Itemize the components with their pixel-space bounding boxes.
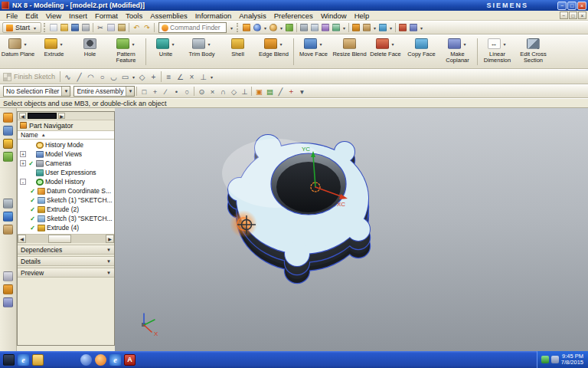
menu-file[interactable]: File [2,11,21,21]
command-finder-input[interactable] [170,24,224,31]
resize-blend-button[interactable]: Resize Blend [332,35,368,68]
tab-scroll-left-icon[interactable] [19,113,26,119]
tree-item-history-mode[interactable]: History Mode [18,140,114,150]
shaded-view-icon[interactable] [268,23,279,33]
scroll-left-icon[interactable] [18,235,26,243]
copy-icon[interactable] [106,23,116,33]
selection-scope-dropdown[interactable]: Entire Assembly [74,86,135,97]
fit-view-icon[interactable] [299,23,309,33]
snapshot-icon[interactable] [397,23,408,33]
rotate-view-icon[interactable] [331,23,341,33]
unite-button[interactable]: Unite [148,35,184,68]
tree-item-model-history[interactable]: - Model History [18,177,114,186]
clock[interactable]: 9:45 PM 7/8/2015 [561,353,583,366]
scrollbar-thumb[interactable] [48,235,71,243]
center-hole[interactable] [271,153,346,215]
checkbox-checked-icon[interactable] [29,225,36,232]
solid-body-model[interactable] [222,135,370,283]
rectangle-icon[interactable] [119,71,131,83]
graphics-window[interactable]: XC YC X [115,108,588,351]
chevron-down-icon[interactable] [296,86,307,97]
chevron-down-icon[interactable] [372,25,377,31]
menu-edit[interactable]: Edit [21,11,41,21]
acrobat-icon[interactable] [124,354,136,366]
trim-body-button[interactable]: Trim Body [184,35,220,68]
menu-insert[interactable]: Insert [65,11,91,21]
tree-item-sketch-3[interactable]: Sketch (3) "SKETCH... [18,214,114,223]
chevron-down-icon[interactable] [263,25,268,31]
menu-preferences[interactable]: Preferences [270,11,317,21]
orient-view-icon[interactable] [284,23,295,33]
chevron-down-icon[interactable] [106,271,111,275]
hd3d-tool-icon[interactable] [3,199,13,209]
highlight-faces-icon[interactable] [253,86,264,97]
dropdown-arrow[interactable] [59,41,64,47]
firefox-icon[interactable] [95,354,106,366]
display-mode-icon[interactable] [252,23,263,33]
edge-blend-button[interactable]: Edge Blend [256,35,292,68]
tree-item-extrude-4[interactable]: Extrude (4) [18,223,114,232]
start-menu-icon[interactable] [3,354,15,366]
point-on-curve-icon[interactable] [160,86,171,97]
center-point-icon[interactable] [196,86,207,97]
dropdown-arrow[interactable] [279,41,284,47]
selection-filter-dropdown[interactable]: No Selection Filter [3,86,70,97]
select-rectangle-icon[interactable] [139,86,149,97]
dropdown-arrow[interactable] [23,41,28,47]
part-navigator-icon[interactable] [3,139,13,149]
tree-item-user-expressions[interactable]: User Expressions [18,168,114,177]
fillet-icon[interactable] [108,71,119,83]
menu-information[interactable]: Information [191,11,236,21]
dropdown-arrow[interactable] [171,41,176,47]
menu-help[interactable]: Help [351,11,374,21]
nx-taskbar-icon[interactable] [80,354,92,366]
tangent-point-icon[interactable] [217,86,228,97]
chevron-down-icon[interactable] [131,74,136,80]
menu-assemblies[interactable]: Assemblies [146,11,191,21]
menu-analysis[interactable]: Analysis [235,11,270,21]
menu-tools[interactable]: Tools [122,11,146,21]
tree-item-datum-csys[interactable]: Datum Coordinate S... [18,186,114,196]
dropdown-arrow[interactable] [390,41,396,47]
extrude-button[interactable]: Extrude [36,35,72,68]
intersection-point-icon[interactable] [207,86,217,97]
undo-icon[interactable] [131,23,142,33]
window-layout-icon[interactable] [241,23,252,33]
checkbox-checked-icon[interactable] [29,188,36,195]
process-studio-icon[interactable] [3,271,13,281]
arc-center-icon[interactable] [181,86,192,97]
checkbox-checked-icon[interactable] [28,160,34,167]
chevron-down-icon[interactable] [209,74,214,80]
title-bar[interactable]: NX 8 - Modeling - [model2.prt (Modified)… [0,0,588,11]
maximize-button[interactable] [567,2,577,10]
history-palette-icon[interactable] [3,225,13,235]
print-icon[interactable] [80,23,91,33]
arc-icon[interactable] [85,71,96,83]
internet-explorer-icon[interactable] [18,354,29,366]
tab-scroll-right-icon[interactable] [58,113,65,119]
shaded-selection-icon[interactable] [264,86,275,97]
start-button[interactable]: Start [2,22,41,33]
linear-dimension-button[interactable]: Linear Dimension [479,35,515,68]
make-coplanar-button[interactable]: Make Coplanar [439,35,475,68]
chevron-down-icon[interactable] [341,25,347,31]
paste-icon[interactable] [116,23,127,33]
chevron-down-icon[interactable] [388,25,394,31]
system-scenes-icon[interactable] [3,297,13,307]
line-icon[interactable] [74,71,85,83]
preview-section[interactable]: Preview [18,268,114,278]
expander-icon[interactable]: - [20,179,26,185]
show-hide-icon[interactable] [351,23,361,33]
tree-item-sketch-1[interactable]: Sketch (1) "SKETCH... [18,196,114,205]
expander-icon[interactable]: + [20,160,26,166]
layer-settings-icon[interactable] [361,23,372,33]
chevron-down-icon[interactable] [229,25,234,31]
assembly-navigator-icon[interactable] [3,113,13,123]
tray-status-icon[interactable] [541,356,549,363]
close-button[interactable] [577,2,586,10]
wireframe-selection-icon[interactable] [275,86,286,97]
pan-icon[interactable] [320,23,331,33]
mdi-restore-button[interactable] [569,12,577,19]
datum-plane-button[interactable]: Datum Plane [0,35,36,68]
offset-curve-icon[interactable] [163,71,175,83]
